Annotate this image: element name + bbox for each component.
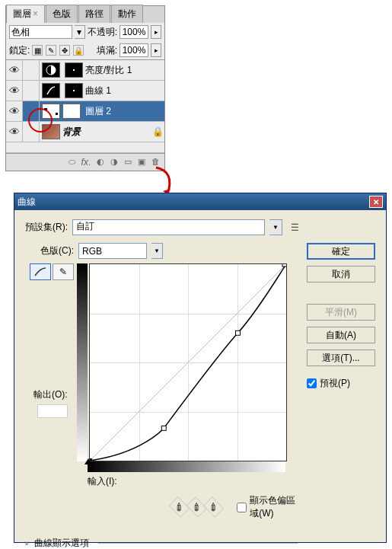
close-button[interactable]: ✕ [369,196,383,208]
group-icon[interactable]: ▭ [124,157,132,168]
opacity-flyout-icon[interactable]: ▸ [151,25,161,39]
tab-actions[interactable]: 動作 [111,5,143,23]
options-button[interactable]: 選項(T)... [307,350,375,366]
lock-icon: 🔒 [151,126,164,137]
link-cell[interactable] [23,81,40,101]
preview-checkbox[interactable]: 預視(P) [307,377,375,390]
opacity-input[interactable] [120,25,148,39]
visibility-icon[interactable]: 👁 [6,122,23,142]
mask-thumb[interactable] [65,62,83,78]
mask-thumb[interactable] [62,104,81,119]
svg-rect-5 [282,264,286,267]
lock-label: 鎖定: [9,44,30,57]
fill-input[interactable] [120,43,148,57]
curve-svg [90,264,286,461]
adjustment-icon[interactable]: ◑ [110,157,118,168]
panel-tabs: 圖層× 色版 路徑 動作 [6,6,164,23]
link-cell[interactable] [23,101,40,121]
opacity-label: 不透明: [88,26,117,39]
black-point-slider[interactable] [84,458,92,464]
panel-footer: ⬭ fx. ◐ ◑ ▭ ▣ 🗑 [6,154,164,171]
curve-tool-icon[interactable] [30,263,51,280]
preset-select[interactable]: 自訂 [72,219,265,235]
blend-mode-select[interactable]: 色相 [9,25,72,39]
empty-row [6,142,164,153]
layer-row[interactable]: 👁 亮度/對比 1 [6,60,164,81]
preset-label: 預設集(R): [25,221,68,234]
dialog-title: 曲線 [18,196,36,209]
input-label: 輸入(I): [88,476,117,487]
visibility-icon[interactable]: 👁 [6,101,23,121]
svg-line-1 [90,264,286,461]
display-options-label[interactable]: 曲線顯示選項 [34,537,89,549]
tab-layers[interactable]: 圖層× [6,5,45,23]
blend-mode-dropdown-icon[interactable]: ▾ [75,25,85,39]
visibility-icon[interactable]: 👁 [6,81,23,101]
link-cell[interactable] [23,60,40,80]
lock-position-icon[interactable]: ✥ [59,45,70,56]
mask-icon[interactable]: ◐ [97,157,104,168]
layer-thumb[interactable] [42,124,60,139]
layer-name[interactable]: 圖層 2 [85,105,164,118]
fx-icon[interactable]: fx. [81,157,91,168]
output-label-pos: 輸出(O): [33,388,68,418]
lock-transparency-icon[interactable]: ▦ [32,45,43,56]
blend-opacity-row: 色相 ▾ 不透明: ▸ [6,23,164,41]
link-cell[interactable] [23,122,40,142]
layer-name[interactable]: 背景 [62,126,151,139]
cancel-button[interactable]: 取消 [307,266,375,282]
preset-dropdown-icon[interactable]: ▼ [269,219,282,235]
svg-rect-3 [161,426,166,430]
adjustment-thumb[interactable] [42,83,60,98]
lock-fill-row: 鎖定: ▦ ✎ ✥ 🔒 填滿: ▸ [6,41,164,59]
channel-label: 色版(C): [40,244,74,257]
expand-icon[interactable]: » [23,541,31,546]
black-eyedropper-icon[interactable]: ✐ [169,496,190,517]
layer-name[interactable]: 曲線 1 [85,85,164,97]
mask-thumb[interactable] [65,83,83,98]
tab-close-icon[interactable]: × [33,8,38,19]
smooth-button[interactable]: 平滑(M) [307,304,375,321]
preset-menu-icon[interactable]: ☰ [287,220,302,235]
layer-row[interactable]: 👁 曲線 1 [6,81,164,101]
y-gradient [77,263,88,461]
link-layers-icon[interactable]: ⬭ [69,157,75,168]
output-value-field[interactable] [37,404,68,418]
layer-thumb[interactable] [42,104,60,119]
layers-list: 👁 亮度/對比 1 👁 曲線 1 👁 圖層 2 👁 背景 🔒 [6,59,164,154]
channel-dropdown-icon[interactable]: ▼ [151,243,163,259]
tab-channels[interactable]: 色版 [46,5,78,23]
svg-rect-4 [236,330,241,335]
annotation-arrow [152,164,175,194]
layer-row[interactable]: 👁 背景 🔒 [6,122,164,142]
pencil-tool-icon[interactable]: ✎ [53,263,74,280]
lock-icons: ▦ ✎ ✥ 🔒 [32,45,84,56]
auto-button[interactable]: 自動(A) [307,327,375,343]
curves-dialog: 曲線 ✕ 預設集(R): 自訂 ▼ ☰ 色版(C): RGB ▼ [14,193,387,543]
lock-pixels-icon[interactable]: ✎ [46,45,56,56]
layer-name[interactable]: 亮度/對比 1 [85,64,164,77]
fill-flyout-icon[interactable]: ▸ [151,43,161,57]
clipping-checkbox[interactable]: 顯示色偏區域(W) [237,494,298,520]
layers-panel: 圖層× 色版 路徑 動作 色相 ▾ 不透明: ▸ 鎖定: ▦ ✎ ✥ 🔒 填滿:… [5,5,165,171]
layer-row[interactable]: 👁 圖層 2 [6,101,164,122]
new-layer-icon[interactable]: ▣ [138,157,145,168]
ok-button[interactable]: 確定 [307,243,375,260]
channel-select[interactable]: RGB [78,243,147,259]
curves-chart[interactable] [89,263,287,461]
adjustment-thumb[interactable] [42,62,60,78]
lock-all-icon[interactable]: 🔒 [73,45,84,56]
x-gradient[interactable] [88,461,285,472]
tab-paths[interactable]: 路徑 [78,5,110,23]
visibility-icon[interactable]: 👁 [6,60,23,80]
dialog-titlebar[interactable]: 曲線 ✕ [14,193,386,210]
fill-label: 填滿: [97,44,117,57]
white-eyedropper-icon[interactable]: ✐ [203,496,224,517]
